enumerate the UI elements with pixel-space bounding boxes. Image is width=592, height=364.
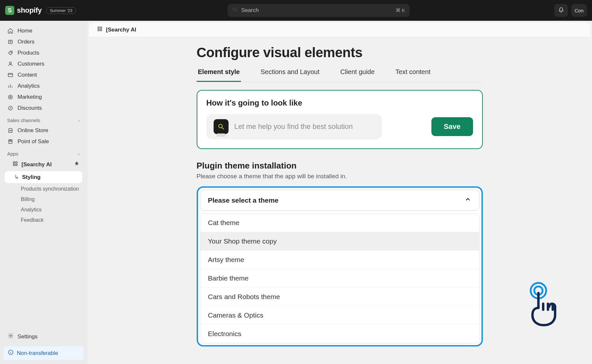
user-menu[interactable]: Con (571, 4, 587, 17)
app-subnav-analytics[interactable]: Analytics (3, 205, 84, 215)
preview-placeholder: Let me help you find the best solution (234, 122, 353, 131)
section-label: Apps (7, 151, 18, 157)
breadcrumb-app-name[interactable]: [Searchy AI (106, 27, 136, 33)
bell-icon (558, 7, 564, 14)
nav-marketing[interactable]: Marketing (3, 92, 84, 103)
preview-heading: How it's going to look like (206, 98, 473, 107)
nav-label: Discounts (18, 105, 42, 111)
nav-settings[interactable]: Settings (3, 330, 84, 344)
svg-rect-14 (16, 164, 18, 166)
info-icon (8, 349, 14, 357)
app-label: [Searchy AI (21, 161, 52, 168)
store-icon (7, 127, 14, 134)
content-icon (7, 72, 14, 78)
theme-option[interactable]: Cars and Robots theme (200, 288, 479, 306)
nav-label: Content (18, 72, 37, 78)
svg-rect-13 (13, 164, 15, 166)
edition-badge: Summer '23 (46, 7, 76, 14)
chevron-right-icon: › (78, 118, 80, 123)
theme-select-header[interactable]: Please select a theme (200, 190, 480, 211)
main-panel: [Searchy AI Configure visual elements El… (87, 21, 592, 364)
tab-element-style[interactable]: Element style (197, 68, 241, 82)
nav-home[interactable]: Home (3, 25, 84, 36)
theme-option[interactable]: Barbie theme (200, 269, 479, 288)
svg-point-15 (10, 335, 12, 337)
theme-select[interactable]: Please select a theme Cat theme Your Sho… (197, 186, 483, 346)
app-subnav-billing[interactable]: Billing (3, 194, 84, 205)
tab-text-content[interactable]: Text content (394, 68, 432, 82)
nav-label: Products (18, 50, 39, 56)
orders-icon (7, 39, 14, 45)
svg-rect-19 (98, 30, 99, 31)
tab-client-guide[interactable]: Client guide (339, 68, 376, 82)
nav-orders[interactable]: Orders (3, 36, 84, 47)
channel-online-store[interactable]: Online Store (3, 125, 84, 136)
apps-header[interactable]: Apps › (3, 147, 84, 158)
gear-icon (8, 333, 14, 340)
nav-analytics[interactable]: Analytics (3, 81, 84, 92)
svg-rect-18 (100, 27, 102, 29)
search-placeholder: Search (241, 7, 259, 14)
app-subnav-styling[interactable]: ↳ Styling (5, 171, 82, 183)
app-searchy-ai[interactable]: [Searchy AI (3, 158, 84, 170)
notifications-button[interactable] (554, 4, 568, 17)
customers-icon (7, 61, 14, 67)
page-title: Configure visual elements (197, 45, 483, 60)
svg-rect-11 (13, 162, 15, 163)
subnav-label: Styling (22, 174, 41, 181)
chevron-right-icon: › (78, 151, 80, 157)
channel-pos[interactable]: Point of Sale (3, 136, 84, 147)
app-icon (12, 161, 18, 168)
analytics-icon (7, 83, 14, 89)
svg-point-7 (8, 95, 12, 99)
svg-point-0 (233, 8, 236, 11)
topbar-right: Con (554, 4, 587, 17)
app-subnav-feedback[interactable]: Feedback (3, 215, 84, 225)
discounts-icon (7, 105, 14, 111)
nav-customers[interactable]: Customers (3, 58, 84, 69)
chip-label: Non-transferable (17, 350, 58, 357)
pin-icon[interactable] (74, 161, 80, 168)
brand: S shopify Summer '23 (5, 6, 76, 15)
home-icon (7, 28, 14, 34)
app-subnav-products-sync[interactable]: Products synchronization (3, 184, 84, 194)
section-label: Sales channels (7, 118, 40, 123)
theme-option[interactable]: Cameras & Optics (200, 306, 479, 325)
channel-label: Online Store (18, 127, 48, 134)
tab-sections-layout[interactable]: Sections and Layout (259, 68, 321, 82)
svg-rect-17 (98, 27, 99, 29)
nav-products[interactable]: Products (3, 47, 84, 58)
global-search[interactable]: Search ⌘ K (228, 4, 410, 17)
svg-line-1 (236, 10, 237, 12)
svg-rect-5 (8, 73, 13, 77)
svg-line-22 (222, 128, 224, 130)
nav-discounts[interactable]: Discounts (3, 103, 84, 114)
settings-label: Settings (18, 333, 37, 340)
apps-grid-icon (97, 26, 103, 33)
assistant-avatar-icon (214, 119, 229, 134)
products-icon (7, 50, 14, 56)
svg-rect-10 (9, 140, 11, 141)
theme-section-title: Plugin theme installation (197, 161, 483, 171)
nav-label: Marketing (18, 94, 42, 100)
theme-option[interactable]: Your Shop theme copy (200, 232, 479, 251)
preview-search-input[interactable]: Let me help you find the best solution (206, 114, 382, 139)
marketing-icon (7, 94, 14, 100)
config-tabs: Element style Sections and Layout Client… (197, 68, 483, 82)
theme-option[interactable]: Cat theme (200, 214, 479, 232)
svg-point-4 (9, 62, 11, 64)
theme-option[interactable]: Electronics (200, 325, 479, 343)
theme-option[interactable]: Artsy theme (200, 251, 479, 269)
nav-content[interactable]: Content (3, 69, 84, 81)
non-transferable-chip[interactable]: Non-transferable (3, 346, 84, 360)
sidebar: Home Orders Products Customers Content A… (0, 21, 87, 364)
nav-label: Analytics (18, 83, 40, 89)
search-icon (232, 7, 238, 14)
theme-section-desc: Please choose a theme that the app will … (197, 173, 483, 180)
save-button[interactable]: Save (431, 117, 473, 136)
svg-rect-12 (16, 162, 18, 163)
svg-rect-20 (100, 30, 102, 31)
nav-label: Home (18, 28, 32, 34)
sales-channels-header[interactable]: Sales channels › (3, 114, 84, 125)
brand-name: shopify (17, 6, 42, 15)
